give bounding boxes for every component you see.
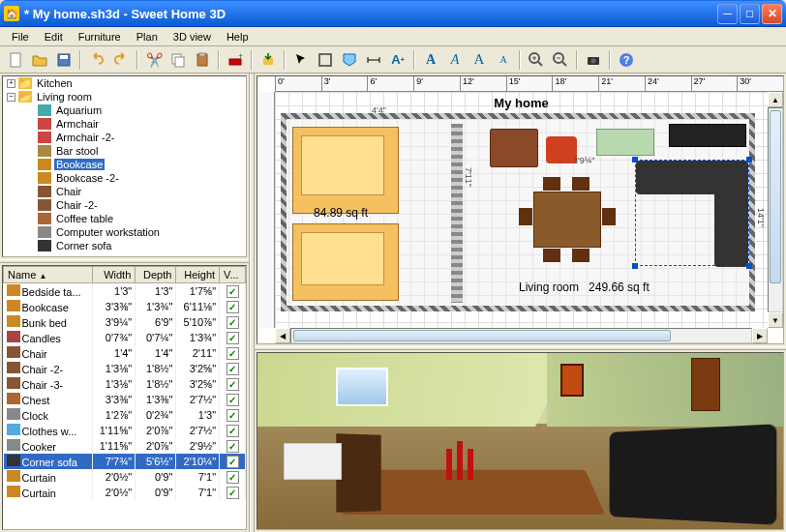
table-row[interactable]: Chair 1'4" 1'4" 2'11" ✓ [4,345,246,361]
redo-icon[interactable] [109,48,133,72]
undo-icon[interactable] [85,48,108,72]
table-row[interactable]: Bedside ta... 1'3" 1'3" 1'7⅝" ✓ [4,283,246,300]
table-row[interactable]: Cooker 1'11⅝" 2'0⅞" 2'9½" ✓ [4,438,246,454]
close-button[interactable]: ✕ [762,4,782,24]
3d-view[interactable] [257,352,784,530]
text-bold-icon[interactable]: A [419,48,442,72]
tree-item[interactable]: Corner sofa [3,239,246,252]
menu-3dview[interactable]: 3D view [166,29,219,44]
visibility-checkbox[interactable]: ✓ [227,394,239,406]
menu-edit[interactable]: Edit [37,29,71,44]
scroll-up-icon[interactable]: ▲ [768,92,783,107]
expander-icon[interactable]: + [7,79,15,88]
table-row[interactable]: Curtain 2'0½" 0'9" 7'1" ✓ [4,469,246,485]
visibility-checkbox[interactable]: ✓ [227,347,239,360]
visibility-checkbox[interactable]: ✓ [227,487,239,499]
cell-depth: 1'3⅜" [136,392,176,407]
visibility-checkbox[interactable]: ✓ [227,301,239,313]
table-row[interactable]: Corner sofa 7'7¾" 5'6½" 2'10¼" ✓ [4,454,246,469]
decrease-text-icon[interactable]: A [492,48,515,72]
furniture-table[interactable]: Name ▲ Width Depth Height V... Bedside t… [2,265,247,530]
tree-item[interactable]: Armchair -2- [3,131,246,144]
scroll-down-icon[interactable]: ▼ [768,312,783,328]
tree-item[interactable]: Computer workstation [3,225,246,239]
tree-item[interactable]: Coffee table [3,212,246,225]
table-row[interactable]: Bookcase 3'3⅜" 1'3¾" 6'11⅛" ✓ [4,299,246,314]
plan-canvas[interactable]: My home 84.89 sq ft [275,92,768,328]
furniture-catalog-tree[interactable]: +📁Kitchen −📂Living room AquariumArmchair… [2,75,247,257]
table-row[interactable]: Curtain 2'0½" 0'9" 7'1" ✓ [4,485,246,500]
table-row[interactable]: Bunk bed 3'9¼" 6'9" 5'10⅞" ✓ [4,314,246,330]
menu-plan[interactable]: Plan [129,29,166,44]
table-row[interactable]: Chest 3'3⅜" 1'3⅜" 2'7½" ✓ [4,392,246,407]
create-text-icon[interactable]: A+ [386,48,409,72]
table-row[interactable]: Chair -3- 1'3⅛" 1'8½" 3'2⅝" ✓ [4,376,246,392]
visibility-checkbox[interactable]: ✓ [227,316,239,329]
visibility-checkbox[interactable]: ✓ [227,471,239,484]
maximize-button[interactable]: □ [740,4,760,24]
table-row[interactable]: Clock 1'2⅞" 0'2¾" 1'3" ✓ [4,407,246,423]
col-height[interactable]: Height [176,267,220,283]
zoom-in-icon[interactable] [525,48,548,72]
col-width[interactable]: Width [92,267,135,283]
visibility-checkbox[interactable]: ✓ [227,378,239,391]
horizontal-splitter[interactable] [255,346,786,350]
visibility-checkbox[interactable]: ✓ [227,425,239,437]
tree-item[interactable]: Chair [3,185,246,198]
expander-icon[interactable]: − [7,93,15,102]
cell-width: 3'3⅜" [92,299,135,314]
cell-name: Chest [22,395,50,406]
col-visible[interactable]: V... [220,267,246,283]
create-walls-icon[interactable] [314,48,337,72]
visibility-checkbox[interactable]: ✓ [227,363,239,375]
col-depth[interactable]: Depth [136,267,176,283]
scroll-left-icon[interactable]: ◀ [275,328,290,343]
svg-rect-7 [229,59,241,65]
copy-icon[interactable] [166,48,190,72]
tree-category-kitchen[interactable]: Kitchen [35,77,75,89]
table-row[interactable]: Clothes w... 1'11⅝" 2'0⅞" 2'7½" ✓ [4,423,246,438]
cell-name: Candles [22,333,61,344]
open-file-icon[interactable] [28,48,51,72]
svg-point-13 [554,53,563,63]
tree-item[interactable]: Aquarium [3,103,246,117]
camera-icon[interactable] [582,48,605,72]
text-italic-icon[interactable]: A [443,48,467,72]
ruler-tick: 24' [645,76,691,91]
table-row[interactable]: Candles 0'7¾" 0'7¼" 1'3¾" ✓ [4,330,246,345]
tree-item[interactable]: Armchair [3,117,246,131]
visibility-checkbox[interactable]: ✓ [227,409,239,422]
paste-icon[interactable] [191,48,214,72]
visibility-checkbox[interactable]: ✓ [227,440,239,453]
tree-item[interactable]: Bookcase -2- [3,171,246,185]
tree-item[interactable]: Chair -2- [3,198,246,212]
increase-text-icon[interactable]: A [468,48,491,72]
menu-help[interactable]: Help [219,29,257,44]
import-furniture-icon[interactable] [257,48,280,72]
add-furniture-icon[interactable]: + [224,48,247,72]
col-name[interactable]: Name ▲ [4,267,93,283]
scroll-right-icon[interactable]: ▶ [752,328,768,343]
visibility-checkbox[interactable]: ✓ [227,456,239,468]
menu-furniture[interactable]: Furniture [71,29,129,44]
select-tool-icon[interactable] [289,48,313,72]
visibility-checkbox[interactable]: ✓ [227,285,239,298]
tree-category-livingroom[interactable]: Living room [35,91,94,103]
menu-file[interactable]: File [4,29,37,44]
zoom-out-icon[interactable] [549,48,572,72]
vertical-scrollbar[interactable]: ▲ ▼ [768,92,783,328]
help-icon[interactable]: ? [615,48,638,72]
save-icon[interactable] [52,48,76,72]
new-file-icon[interactable] [4,48,27,72]
horizontal-splitter[interactable] [0,259,249,263]
visibility-checkbox[interactable]: ✓ [227,332,239,344]
minimize-button[interactable]: ─ [717,4,738,24]
tree-item[interactable]: Bar stool [3,144,246,158]
create-room-icon[interactable] [338,48,361,72]
create-dimension-icon[interactable] [362,48,385,72]
horizontal-scrollbar[interactable]: ◀ ▶ [275,328,768,343]
tree-item[interactable]: Bookcase [3,158,246,171]
plan-view[interactable]: 0'3'6'9'12'15'18'21'24'27'30' My home 84… [257,75,784,344]
table-row[interactable]: Chair -2- 1'3⅛" 1'8½" 3'2⅝" ✓ [4,361,246,376]
cut-icon[interactable]: ✂️ [142,48,166,72]
